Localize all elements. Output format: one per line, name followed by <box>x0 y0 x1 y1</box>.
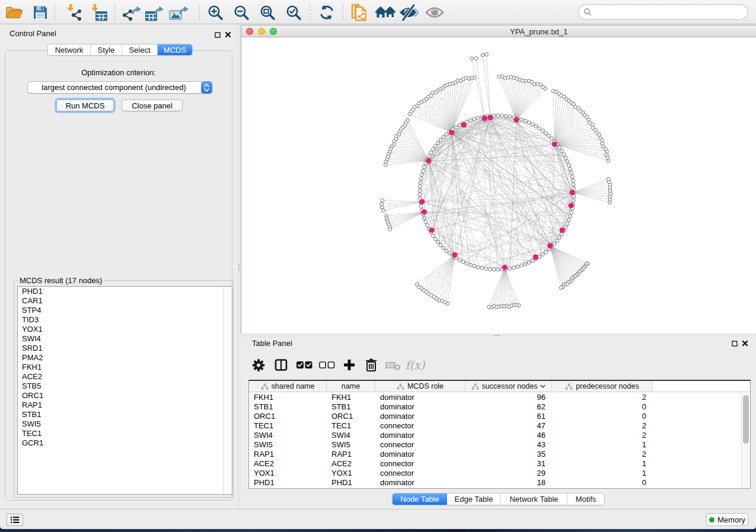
zoom-window-icon[interactable] <box>270 28 277 35</box>
column-header-shared-name[interactable]: shared name <box>249 381 327 392</box>
mcds-result-list[interactable]: PHD1CAR1STP4TID3YOX1SWI4SRD1PMA2FKH1ACE2… <box>17 286 232 495</box>
mcds-result-group: MCDS result (17 nodes) PHD1CAR1STP4TID3Y… <box>14 280 234 498</box>
result-list-item[interactable]: YOX1 <box>18 325 232 334</box>
table-scrollbar-thumb[interactable] <box>743 395 749 444</box>
tab-mcds[interactable]: MCDS <box>158 44 192 55</box>
network-graph[interactable] <box>241 38 755 334</box>
table-cell: dominator <box>375 450 465 459</box>
zoom-selected-icon[interactable] <box>283 2 304 23</box>
close-table-panel-icon[interactable] <box>742 339 748 348</box>
column-header-name[interactable]: name <box>327 381 375 392</box>
table-row[interactable]: FKH1FKH1dominator962 <box>249 393 750 402</box>
hide-selected-icon[interactable] <box>399 2 419 23</box>
zoom-out-icon[interactable] <box>231 2 251 23</box>
import-network-icon[interactable] <box>64 2 84 23</box>
result-list-item[interactable]: FKH1 <box>18 363 232 372</box>
table-row[interactable]: SWI4SWI4dominator462 <box>249 431 750 440</box>
tab-select[interactable]: Select <box>122 44 158 55</box>
table-cell: PHD1 <box>327 478 375 488</box>
search-input[interactable] <box>592 6 748 18</box>
result-list-item[interactable]: ORC1 <box>18 391 232 400</box>
column-header-successor-nodes[interactable]: successor nodes <box>465 381 552 392</box>
open-file-icon[interactable] <box>4 2 24 23</box>
table-row[interactable]: YOX1YOX1connector291 <box>249 469 750 478</box>
result-list-item[interactable]: SRD1 <box>18 344 232 353</box>
table-cell: TEC1 <box>249 421 327 431</box>
tab-node-table[interactable]: Node Table <box>393 493 447 505</box>
result-list-item[interactable]: GCR1 <box>18 438 232 448</box>
minimize-window-icon[interactable] <box>258 28 265 35</box>
splitter-grip <box>494 335 495 336</box>
result-list-item[interactable]: PHD1 <box>18 287 232 296</box>
result-list-scrollbar[interactable] <box>223 287 232 494</box>
result-list-item[interactable]: TEC1 <box>18 429 232 438</box>
tab-style[interactable]: Style <box>91 44 122 55</box>
run-mcds-button[interactable]: Run MCDS <box>56 100 114 111</box>
column-settings-icon[interactable] <box>250 356 267 374</box>
export-image-icon[interactable] <box>169 2 189 23</box>
table-row[interactable]: TEC1TEC1connector472 <box>249 421 750 431</box>
tab-motifs[interactable]: Motifs <box>567 493 604 505</box>
splitter-grip <box>496 335 497 336</box>
result-list-item[interactable]: TID3 <box>18 315 232 325</box>
close-window-icon[interactable] <box>246 28 253 35</box>
result-list-item[interactable]: SWI5 <box>18 419 232 429</box>
export-table-icon[interactable] <box>144 2 164 23</box>
memory-button[interactable]: Memory <box>706 513 748 526</box>
toolbar-separator <box>199 4 200 20</box>
control-panel: Control Panel NetworkStyleSelectMCDS Opt… <box>0 24 237 509</box>
result-list-item[interactable]: CAR1 <box>18 296 232 306</box>
result-list-item[interactable]: SWI4 <box>18 334 232 344</box>
table-cell: SWI4 <box>327 431 375 440</box>
column-header-MCDS-role[interactable]: MCDS role <box>375 381 465 392</box>
network-title: YPA_prune.txt_1 <box>510 27 567 36</box>
table-row[interactable]: RAP1RAP1dominator352 <box>249 450 750 459</box>
table-cell: STB1 <box>327 402 375 412</box>
optimization-criterion-select[interactable]: largest connected component (undirected) <box>27 81 212 94</box>
tab-network-table[interactable]: Network Table <box>501 493 567 505</box>
result-list-item[interactable]: STB5 <box>18 382 232 391</box>
splitter-grip <box>499 335 500 336</box>
table-row[interactable]: PHD1PHD1dominator180 <box>249 478 750 488</box>
select-all-icon[interactable] <box>295 356 313 374</box>
show-all-icon[interactable] <box>425 2 445 23</box>
show-columns-icon[interactable] <box>272 356 290 374</box>
tab-edge-table[interactable]: Edge Table <box>447 493 501 505</box>
refresh-icon[interactable] <box>317 2 337 23</box>
delete-table-icon[interactable] <box>384 356 402 374</box>
table-row[interactable]: SWI5SWI5connector431 <box>249 440 750 450</box>
search-field[interactable] <box>578 4 748 20</box>
table-panel: Table Panel f(x) shared namename MCDS ro… <box>241 337 756 509</box>
import-table-icon[interactable] <box>88 2 109 23</box>
result-list-item[interactable]: PMA2 <box>18 353 232 363</box>
delete-rows-icon[interactable] <box>362 356 380 374</box>
first-neighbors-icon[interactable] <box>375 2 395 23</box>
table-scrollbar[interactable] <box>741 393 749 488</box>
result-list-item[interactable]: STP4 <box>18 306 232 315</box>
save-session-icon[interactable] <box>30 2 50 23</box>
float-panel-icon[interactable] <box>215 31 221 40</box>
select-stepper-icon <box>201 81 212 94</box>
shared-column-icon <box>261 383 269 390</box>
table-row[interactable]: ORC1ORC1dominator610 <box>249 412 750 421</box>
unselect-all-icon[interactable] <box>318 356 336 374</box>
tab-network[interactable]: Network <box>48 44 91 55</box>
result-list-item[interactable]: RAP1 <box>18 400 232 410</box>
table-cell: 1 <box>552 440 653 450</box>
result-list-item[interactable]: ACE2 <box>18 372 232 382</box>
table-row[interactable]: STB1STB1dominator620 <box>249 402 750 412</box>
zoom-fit-icon[interactable] <box>257 2 277 23</box>
table-row[interactable]: ACE2ACE2connector311 <box>249 459 750 469</box>
float-table-panel-icon[interactable] <box>732 339 738 348</box>
network-frame-titlebar[interactable]: YPA_prune.txt_1 <box>241 25 756 37</box>
close-panel-icon[interactable] <box>225 31 231 40</box>
network-canvas[interactable] <box>241 38 755 334</box>
export-network-icon[interactable] <box>122 2 142 23</box>
task-history-button[interactable] <box>7 514 23 526</box>
zoom-in-icon[interactable] <box>205 2 225 23</box>
column-header-predecessor-nodes[interactable]: predecessor nodes <box>552 381 653 392</box>
close-panel-button[interactable]: Close panel <box>122 100 183 111</box>
add-column-icon[interactable] <box>340 356 358 374</box>
result-list-item[interactable]: STB1 <box>18 410 232 419</box>
clone-network-icon[interactable] <box>350 2 370 23</box>
